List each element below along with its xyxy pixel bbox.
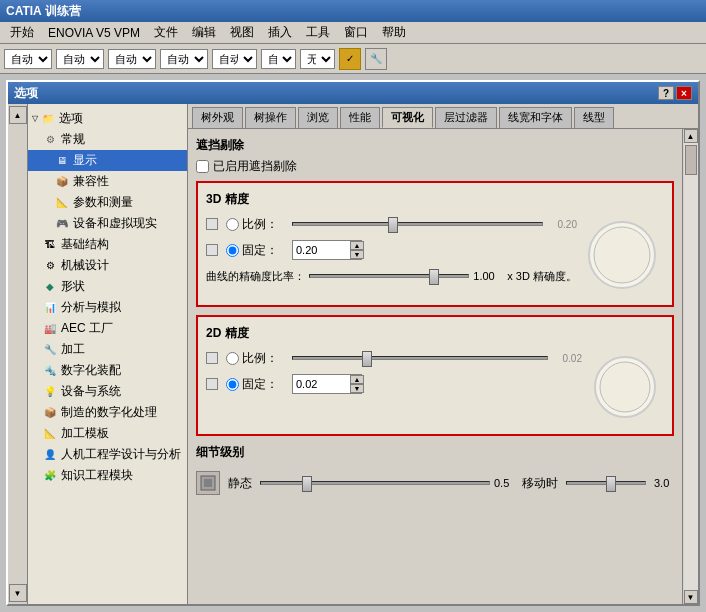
- tab-tree-appearance[interactable]: 树外观: [192, 107, 243, 128]
- sidebar-item-aec[interactable]: 🏭 AEC 工厂: [28, 318, 187, 339]
- svg-point-3: [600, 362, 650, 412]
- toolbar-select-7[interactable]: 无: [300, 49, 335, 69]
- menu-start[interactable]: 开始: [4, 22, 40, 43]
- sidebar-item-analysis[interactable]: 📊 分析与模拟: [28, 297, 187, 318]
- sidebar-item-mech[interactable]: ⚙ 机械设计: [28, 255, 187, 276]
- ratio-icon-area: [206, 218, 220, 230]
- spinner2d-buttons: ▲ ▼: [350, 375, 364, 393]
- occlusion-checkbox[interactable]: [196, 160, 209, 173]
- spinner2d-down[interactable]: ▼: [350, 384, 364, 393]
- toolbar-select-2[interactable]: 自动: [56, 49, 104, 69]
- curve-rate-thumb[interactable]: [429, 269, 439, 285]
- sidebar-item-devices[interactable]: 🎮 设备和虚拟现实: [28, 213, 187, 234]
- toolbar-select-4[interactable]: 自动: [160, 49, 208, 69]
- sidebar-item-digital-asm[interactable]: 🔩 数字化装配: [28, 360, 187, 381]
- toolbar-btn-2[interactable]: 🔧: [365, 48, 387, 70]
- menu-enovia[interactable]: ENOVIA V5 VPM: [42, 24, 146, 42]
- sidebar-item-infra[interactable]: 🏗 基础结构: [28, 234, 187, 255]
- ratio2d-thumb[interactable]: [362, 351, 372, 367]
- sidebar-item-shape[interactable]: ◆ 形状: [28, 276, 187, 297]
- right-scrollbar: ▲ ▼: [682, 129, 698, 604]
- svg-point-1: [594, 227, 650, 283]
- tab-tree-operation[interactable]: 树操作: [245, 107, 296, 128]
- fixed-radio[interactable]: [226, 244, 239, 257]
- ratio-max-value: 0.20: [549, 219, 577, 230]
- menu-edit[interactable]: 编辑: [186, 22, 222, 43]
- sidebar-item-general[interactable]: ⚙ 常规: [28, 129, 187, 150]
- fixed2d-radio-label: 固定：: [226, 376, 286, 393]
- params-icon: 📐: [54, 195, 70, 211]
- detail-moving-track: [566, 481, 646, 485]
- sidebar-item-equipment[interactable]: 💡 设备与系统: [28, 381, 187, 402]
- precision-3d-fixed-row: 固定： ▲ ▼: [206, 240, 577, 260]
- toolbar-select-1[interactable]: 自动: [4, 49, 52, 69]
- dialog-help-button[interactable]: ?: [658, 86, 674, 100]
- sidebar-item-label-analysis: 分析与模拟: [61, 299, 121, 316]
- toolbar-select-6[interactable]: 自: [261, 49, 296, 69]
- detail-moving-label: 移动时: [522, 475, 558, 492]
- tab-browse[interactable]: 浏览: [298, 107, 338, 128]
- sidebar-item-params[interactable]: 📐 参数和测量: [28, 192, 187, 213]
- sidebar-container: ▲ ▼ ▽ 📁 选项 ⚙ 常规 🖥: [8, 104, 188, 604]
- toolbar-select-5[interactable]: 自动: [212, 49, 257, 69]
- sidebar-item-label-options: 选项: [59, 110, 83, 127]
- ratio-slider-thumb[interactable]: [388, 217, 398, 233]
- occlusion-section: 遮挡剔除 已启用遮挡剔除: [196, 137, 674, 175]
- precision-2d-title: 2D 精度: [206, 325, 664, 342]
- sidebar-item-options[interactable]: ▽ 📁 选项: [28, 108, 187, 129]
- menu-view[interactable]: 视图: [224, 22, 260, 43]
- menu-file[interactable]: 文件: [148, 22, 184, 43]
- toolbar-btn-1[interactable]: ✓: [339, 48, 361, 70]
- sidebar-item-display[interactable]: 🖥 显示: [28, 150, 187, 171]
- toolbar-select-3[interactable]: 自动: [108, 49, 156, 69]
- spinner2d-up[interactable]: ▲: [350, 375, 364, 384]
- menu-help[interactable]: 帮助: [376, 22, 412, 43]
- sidebar-item-machining-tmpl[interactable]: 📐 加工模板: [28, 423, 187, 444]
- spinner-up[interactable]: ▲: [350, 241, 364, 250]
- menu-window[interactable]: 窗口: [338, 22, 374, 43]
- sidebar-item-machining[interactable]: 🔧 加工: [28, 339, 187, 360]
- content-area: 树外观 树操作 浏览 性能 可视化 层过滤器 线宽和字体 线型 遮挡剔除: [188, 104, 698, 604]
- scrollbar-down-btn[interactable]: ▼: [684, 590, 698, 604]
- sidebar-item-compat[interactable]: 📦 兼容性: [28, 171, 187, 192]
- circle-preview-2d-container: [586, 348, 664, 426]
- tab-linewidth-font[interactable]: 线宽和字体: [499, 107, 572, 128]
- menu-insert[interactable]: 插入: [262, 22, 298, 43]
- sidebar-item-mfg-digital[interactable]: 📦 制造的数字化处理: [28, 402, 187, 423]
- tab-performance[interactable]: 性能: [340, 107, 380, 128]
- fixed2d-value-spinner[interactable]: ▲ ▼: [292, 374, 362, 394]
- detail-moving-value: 3.0: [654, 477, 674, 489]
- tab-linetype[interactable]: 线型: [574, 107, 614, 128]
- fixed2d-radio[interactable]: [226, 378, 239, 391]
- scrollbar-up-btn[interactable]: ▲: [684, 129, 698, 143]
- fixed-value-spinner[interactable]: ▲ ▼: [292, 240, 362, 260]
- precision-3d-box: 3D 精度: [196, 181, 674, 307]
- tab-visualization[interactable]: 可视化: [382, 107, 433, 128]
- tab-layer-filter[interactable]: 层过滤器: [435, 107, 497, 128]
- detail-static-icon: [196, 471, 220, 495]
- equipment-icon: 💡: [42, 384, 58, 400]
- precision-3d-controls: 比例： 0.20: [206, 214, 577, 286]
- precision-2d-controls: 比例： 0.02: [206, 348, 582, 400]
- fixed-value-input[interactable]: [296, 244, 350, 256]
- curve-rate-note: x 3D 精确度。: [507, 269, 577, 284]
- ratio-radio[interactable]: [226, 218, 239, 231]
- sidebar-item-ergo[interactable]: 👤 人机工程学设计与分析: [28, 444, 187, 465]
- ratio2d-radio[interactable]: [226, 352, 239, 365]
- sidebar-item-knowledge[interactable]: 🧩 知识工程模块: [28, 465, 187, 486]
- app-title: CATIA 训练营: [6, 3, 700, 20]
- spinner-down[interactable]: ▼: [350, 250, 364, 259]
- detail-slider-thumb[interactable]: [302, 476, 312, 492]
- menu-tools[interactable]: 工具: [300, 22, 336, 43]
- sidebar-scroll-down[interactable]: ▼: [9, 584, 27, 602]
- precision-2d-layout: 比例： 0.02: [206, 348, 664, 426]
- fixed2d-value-input[interactable]: [296, 378, 350, 390]
- scrollbar-thumb[interactable]: [685, 145, 697, 175]
- sidebar-scroll-up[interactable]: ▲: [9, 106, 27, 124]
- dialog-close-button[interactable]: ×: [676, 86, 692, 100]
- precision-2d-ratio-row: 比例： 0.02: [206, 348, 582, 368]
- detail-moving-thumb[interactable]: [606, 476, 616, 492]
- shape-icon: ◆: [42, 279, 58, 295]
- sidebar-item-label-compat: 兼容性: [73, 173, 109, 190]
- fixed-icon: [206, 244, 218, 256]
